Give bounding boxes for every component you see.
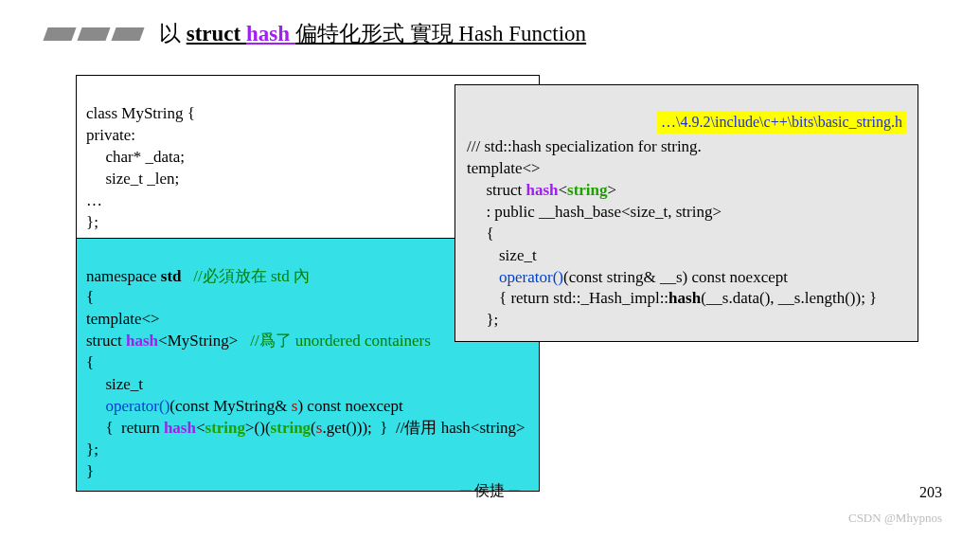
title-struct: struct	[187, 22, 246, 45]
code-line: operator()(const string& __s) const noex…	[467, 267, 906, 289]
code-line: };	[467, 310, 906, 332]
page-number: 203	[919, 484, 942, 501]
code-line: };	[86, 440, 98, 458]
code-line: …	[86, 191, 102, 209]
code-line: {	[86, 353, 94, 371]
code-line: { return hash<string>()(string(s.get()))…	[86, 418, 529, 440]
code-line: };	[86, 213, 98, 231]
right-code-box: …\4.9.2\include\c++\bits\basic_string.h …	[454, 84, 918, 342]
stripe-icon	[43, 27, 76, 41]
code-line: namespace std //必須放在 std 內	[86, 267, 310, 285]
code-line: template<>	[467, 159, 541, 177]
code-line: { return std::_Hash_impl::hash(__s.data(…	[467, 288, 906, 310]
header-stripes	[45, 27, 142, 41]
footer-author: ─ 侯捷 ─	[0, 481, 980, 501]
code-line: struct hash<MyString> //爲了 unordered con…	[86, 332, 431, 350]
slide-title: 以 struct hash 偏特化形式 實現 Hash Function	[159, 19, 586, 48]
file-path-label: …\4.9.2\include\c++\bits\basic_string.h	[657, 111, 906, 134]
code-line: /// std::hash specialization for string.	[467, 137, 702, 155]
stripe-icon	[77, 27, 110, 41]
code-line: class MyString {	[86, 104, 195, 122]
title-rest: 偏特化形式 實現 Hash Function	[295, 22, 586, 45]
stripe-icon	[111, 27, 144, 41]
footer-credit: CSDN @Mhypnos	[848, 511, 942, 526]
code-line: size_t	[86, 374, 529, 396]
code-line: operator()(const MyString& s) const noex…	[86, 396, 529, 418]
code-line: }	[86, 462, 94, 480]
code-line: : public __hash_base<size_t, string>	[467, 202, 906, 224]
code-line: struct hash<string>	[467, 180, 906, 202]
code-line: private:	[86, 126, 135, 144]
code-line: size_t	[467, 245, 906, 267]
code-line: {	[467, 224, 906, 245]
slide-header: 以 struct hash 偏特化形式 實現 Hash Function	[0, 0, 980, 48]
title-prefix: 以	[159, 22, 187, 45]
code-line: {	[86, 288, 94, 306]
title-hash: hash	[246, 22, 295, 45]
code-line: template<>	[86, 310, 160, 328]
